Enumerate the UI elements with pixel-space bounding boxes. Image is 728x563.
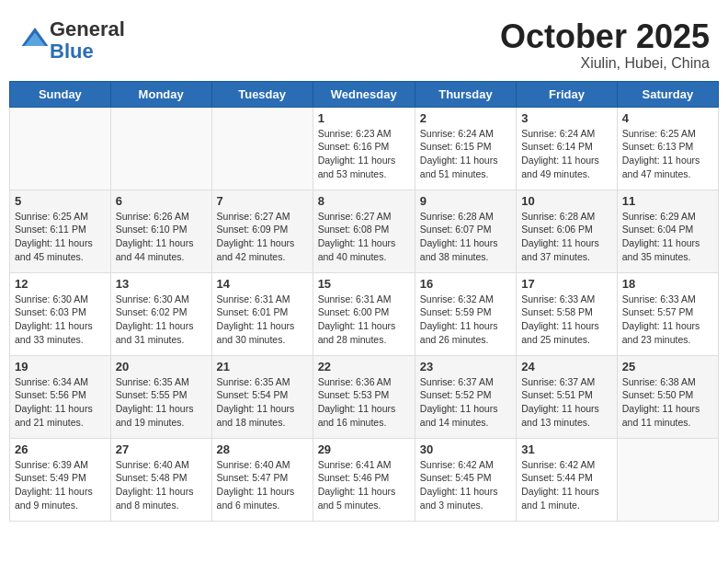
day-info: Sunrise: 6:31 AMSunset: 6:01 PMDaylight:… [217, 293, 308, 347]
day-number: 27 [116, 442, 207, 456]
day-number: 20 [116, 360, 207, 373]
day-number: 16 [420, 277, 511, 291]
day-number: 9 [420, 194, 511, 208]
day-number: 18 [622, 277, 713, 291]
calendar-cell: 11Sunrise: 6:29 AMSunset: 6:04 PMDayligh… [617, 190, 718, 272]
day-info: Sunrise: 6:25 AMSunset: 6:13 PMDaylight:… [622, 127, 713, 181]
day-info: Sunrise: 6:33 AMSunset: 5:57 PMDaylight:… [622, 293, 713, 347]
calendar-cell: 21Sunrise: 6:35 AMSunset: 5:54 PMDayligh… [211, 355, 313, 438]
logo-icon [20, 24, 50, 53]
day-info: Sunrise: 6:35 AMSunset: 5:55 PMDaylight:… [116, 375, 207, 430]
weekday-header-monday: Monday [110, 81, 211, 107]
calendar-cell: 1Sunrise: 6:23 AMSunset: 6:16 PMDaylight… [313, 107, 415, 190]
day-number: 29 [318, 442, 410, 456]
calendar-cell: 24Sunrise: 6:37 AMSunset: 5:51 PMDayligh… [517, 355, 618, 438]
weekday-header-row: SundayMondayTuesdayWednesdayThursdayFrid… [10, 81, 719, 107]
weekday-header-friday: Friday [517, 81, 618, 107]
day-number: 23 [420, 360, 511, 373]
calendar-cell: 27Sunrise: 6:40 AMSunset: 5:48 PMDayligh… [110, 438, 211, 521]
day-number: 13 [116, 277, 207, 291]
calendar-cell [110, 107, 211, 190]
weekday-header-saturday: Saturday [617, 81, 718, 107]
day-info: Sunrise: 6:36 AMSunset: 5:53 PMDaylight:… [318, 375, 410, 430]
calendar-cell: 30Sunrise: 6:42 AMSunset: 5:45 PMDayligh… [415, 438, 516, 521]
calendar-title: October 2025 [500, 18, 710, 55]
calendar-cell: 23Sunrise: 6:37 AMSunset: 5:52 PMDayligh… [415, 355, 516, 438]
calendar-cell: 8Sunrise: 6:27 AMSunset: 6:08 PMDaylight… [313, 190, 415, 272]
calendar-cell: 16Sunrise: 6:32 AMSunset: 5:59 PMDayligh… [415, 272, 516, 355]
day-number: 25 [622, 360, 713, 373]
calendar-week-5: 26Sunrise: 6:39 AMSunset: 5:49 PMDayligh… [10, 438, 719, 521]
day-info: Sunrise: 6:37 AMSunset: 5:52 PMDaylight:… [420, 375, 511, 430]
day-info: Sunrise: 6:40 AMSunset: 5:47 PMDaylight:… [217, 458, 308, 512]
calendar-cell: 29Sunrise: 6:41 AMSunset: 5:46 PMDayligh… [313, 438, 415, 521]
day-info: Sunrise: 6:32 AMSunset: 5:59 PMDaylight:… [420, 293, 511, 347]
calendar-cell: 28Sunrise: 6:40 AMSunset: 5:47 PMDayligh… [211, 438, 313, 521]
day-number: 8 [318, 194, 410, 208]
calendar-week-4: 19Sunrise: 6:34 AMSunset: 5:56 PMDayligh… [10, 355, 719, 438]
calendar-cell [10, 107, 111, 190]
day-number: 15 [318, 277, 410, 291]
calendar-cell [617, 438, 718, 521]
day-info: Sunrise: 6:35 AMSunset: 5:54 PMDaylight:… [217, 375, 308, 430]
weekday-header-thursday: Thursday [415, 81, 516, 107]
day-number: 2 [420, 111, 511, 125]
day-number: 10 [521, 194, 612, 208]
day-info: Sunrise: 6:42 AMSunset: 5:44 PMDaylight:… [521, 458, 612, 512]
logo: General Blue [18, 18, 125, 63]
day-info: Sunrise: 6:41 AMSunset: 5:46 PMDaylight:… [318, 458, 410, 512]
title-block: October 2025 Xiulin, Hubei, China [500, 18, 710, 72]
day-info: Sunrise: 6:39 AMSunset: 5:49 PMDaylight:… [15, 458, 106, 512]
calendar-week-1: 1Sunrise: 6:23 AMSunset: 6:16 PMDaylight… [10, 107, 719, 190]
calendar-cell: 10Sunrise: 6:28 AMSunset: 6:06 PMDayligh… [517, 190, 618, 272]
day-number: 30 [420, 442, 511, 456]
calendar-cell: 18Sunrise: 6:33 AMSunset: 5:57 PMDayligh… [617, 272, 718, 355]
calendar-header: SundayMondayTuesdayWednesdayThursdayFrid… [10, 81, 719, 107]
calendar-cell: 7Sunrise: 6:27 AMSunset: 6:09 PMDaylight… [211, 190, 313, 272]
calendar-cell: 2Sunrise: 6:24 AMSunset: 6:15 PMDaylight… [415, 107, 516, 190]
calendar-table: SundayMondayTuesdayWednesdayThursdayFrid… [9, 81, 719, 522]
day-number: 14 [217, 277, 308, 291]
calendar-cell: 26Sunrise: 6:39 AMSunset: 5:49 PMDayligh… [10, 438, 111, 521]
calendar-cell: 17Sunrise: 6:33 AMSunset: 5:58 PMDayligh… [517, 272, 618, 355]
day-info: Sunrise: 6:24 AMSunset: 6:14 PMDaylight:… [521, 127, 612, 181]
day-number: 24 [521, 360, 612, 373]
calendar-cell: 4Sunrise: 6:25 AMSunset: 6:13 PMDaylight… [617, 107, 718, 190]
calendar-week-2: 5Sunrise: 6:25 AMSunset: 6:11 PMDaylight… [10, 190, 719, 272]
day-info: Sunrise: 6:25 AMSunset: 6:11 PMDaylight:… [15, 210, 106, 264]
day-number: 3 [521, 111, 612, 125]
day-info: Sunrise: 6:23 AMSunset: 6:16 PMDaylight:… [318, 127, 410, 181]
calendar-cell: 15Sunrise: 6:31 AMSunset: 6:00 PMDayligh… [313, 272, 415, 355]
calendar-cell: 22Sunrise: 6:36 AMSunset: 5:53 PMDayligh… [313, 355, 415, 438]
calendar-cell: 6Sunrise: 6:26 AMSunset: 6:10 PMDaylight… [110, 190, 211, 272]
day-number: 6 [116, 194, 207, 208]
weekday-header-tuesday: Tuesday [211, 81, 313, 107]
day-number: 22 [318, 360, 410, 373]
calendar-cell: 31Sunrise: 6:42 AMSunset: 5:44 PMDayligh… [517, 438, 618, 521]
day-info: Sunrise: 6:28 AMSunset: 6:06 PMDaylight:… [521, 210, 612, 264]
day-number: 26 [15, 442, 106, 456]
day-number: 17 [521, 277, 612, 291]
page-header: General Blue October 2025 Xiulin, Hubei,… [9, 9, 719, 76]
day-info: Sunrise: 6:30 AMSunset: 6:03 PMDaylight:… [15, 293, 106, 347]
day-info: Sunrise: 6:31 AMSunset: 6:00 PMDaylight:… [318, 293, 410, 347]
calendar-cell: 20Sunrise: 6:35 AMSunset: 5:55 PMDayligh… [110, 355, 211, 438]
day-info: Sunrise: 6:37 AMSunset: 5:51 PMDaylight:… [521, 375, 612, 430]
day-number: 4 [622, 111, 713, 125]
day-info: Sunrise: 6:42 AMSunset: 5:45 PMDaylight:… [420, 458, 511, 512]
day-number: 19 [15, 360, 106, 373]
calendar-cell: 5Sunrise: 6:25 AMSunset: 6:11 PMDaylight… [10, 190, 111, 272]
calendar-week-3: 12Sunrise: 6:30 AMSunset: 6:03 PMDayligh… [10, 272, 719, 355]
day-info: Sunrise: 6:28 AMSunset: 6:07 PMDaylight:… [420, 210, 511, 264]
day-number: 7 [217, 194, 308, 208]
day-info: Sunrise: 6:33 AMSunset: 5:58 PMDaylight:… [521, 293, 612, 347]
calendar-cell: 14Sunrise: 6:31 AMSunset: 6:01 PMDayligh… [211, 272, 313, 355]
calendar-body: 1Sunrise: 6:23 AMSunset: 6:16 PMDaylight… [10, 107, 719, 521]
day-info: Sunrise: 6:26 AMSunset: 6:10 PMDaylight:… [116, 210, 207, 264]
calendar-cell: 25Sunrise: 6:38 AMSunset: 5:50 PMDayligh… [617, 355, 718, 438]
weekday-header-sunday: Sunday [10, 81, 111, 107]
calendar-subtitle: Xiulin, Hubei, China [500, 55, 710, 72]
day-info: Sunrise: 6:38 AMSunset: 5:50 PMDaylight:… [622, 375, 713, 430]
calendar-cell [211, 107, 313, 190]
day-number: 31 [521, 442, 612, 456]
